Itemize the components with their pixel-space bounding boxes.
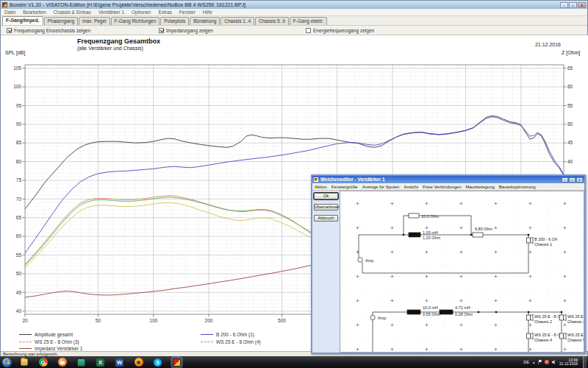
- svg-text:45: 45: [567, 140, 573, 145]
- editor-menu-freie-verbindungen[interactable]: Freie Verbindungen: [420, 183, 463, 190]
- checkbox-box[interactable]: [159, 28, 164, 33]
- tab-polarplots[interactable]: Polarplots: [160, 17, 189, 25]
- tab-max-pegel[interactable]: max. Pegel: [79, 17, 110, 25]
- close-button[interactable]: ✕: [578, 2, 586, 8]
- skype-icon[interactable]: S: [153, 358, 162, 367]
- speaker-chassis-label: Chassis 5: [567, 338, 584, 342]
- amplifier-symbol: [358, 258, 362, 262]
- speaker-chassis-label: Chassis 3: [567, 319, 584, 324]
- editor-abbruch-button[interactable]: Abbruch: [314, 215, 338, 222]
- svg-text:50: 50: [96, 318, 101, 323]
- svg-text:70: 70: [16, 197, 22, 202]
- maximize-button[interactable]: □: [569, 2, 577, 8]
- schematic-canvas[interactable]: 10,0 Ohm1,00 mH1,20 Ohm6,80 OhmAmpB 200 …: [340, 191, 584, 353]
- tab-f-gang-richtungen[interactable]: F-Gang Richtungen: [111, 17, 160, 25]
- legend-swatch: [19, 334, 32, 335]
- editor-menu-anzeige-f-r-spulen[interactable]: Anzeige für Spulen: [360, 183, 402, 190]
- checkbox-frequenzgang-einzelchassis-zeigen[interactable]: Frequenzgang Einzelchassis zeigen: [7, 26, 90, 35]
- menu-item-hilfe[interactable]: Hilfe: [199, 9, 216, 15]
- tab-f-gang-imped[interactable]: F-Gang/Imped.: [2, 16, 43, 25]
- clock[interactable]: 13:09 21.12.2016: [559, 358, 578, 367]
- inductor2-mh-label: 4,72 mH: [455, 305, 470, 310]
- menu-item-chassis-einbau[interactable]: Chassis & Einbau: [50, 9, 95, 15]
- editor-window-icon: [314, 177, 318, 182]
- firefox-icon[interactable]: [134, 358, 143, 367]
- editor-titlebar[interactable]: Weicheneditor - Verstärker 1 –□✕: [312, 176, 584, 183]
- desktop: Boxsim V1.20 - VISATON-Edition [H:\Eigen…: [0, 0, 588, 368]
- svg-text:100: 100: [13, 84, 21, 89]
- checkbox-box[interactable]: [306, 28, 311, 33]
- menu-item-extras[interactable]: Extras: [154, 9, 175, 15]
- minimize-button[interactable]: –: [560, 2, 568, 8]
- svg-text:60: 60: [16, 233, 22, 238]
- crossover-editor-window[interactable]: Weicheneditor - Verstärker 1 –□✕ AktionF…: [311, 174, 586, 354]
- editor-menu-mausbelegung[interactable]: Mausbelegung: [463, 183, 496, 190]
- menu-item-datei[interactable]: Datei: [1, 9, 19, 15]
- main-window-buttons: –□✕: [560, 2, 586, 8]
- editor-menu-aktion[interactable]: Aktion: [312, 183, 329, 190]
- legend-swatch: [19, 348, 32, 349]
- amp-label: Amp: [378, 316, 386, 320]
- boxsim-icon[interactable]: [172, 358, 182, 367]
- show-desktop-button[interactable]: [583, 356, 587, 368]
- menu-item-optionen[interactable]: Optionen: [128, 9, 154, 15]
- checkbox-impedanzgang-zeigen[interactable]: Impedanzgang zeigen: [159, 26, 213, 35]
- google-chrome-icon[interactable]: [38, 358, 48, 367]
- legend-label: WS 25 E - 8 Ohm (4): [216, 339, 261, 344]
- checkbox-energiefrequenzgang-zeigen[interactable]: Energiefrequenzgang zeigen: [306, 26, 374, 35]
- editor-bernehmen-button[interactable]: Übernehmen: [314, 204, 338, 210]
- legend-item-impedanz-verst-rker-1: Impedanz Verstärker 1: [19, 345, 82, 352]
- tab-phasengang[interactable]: Phasengang: [44, 17, 79, 25]
- tab-f-gang-elektr[interactable]: F-Gang elektr.: [290, 17, 327, 25]
- legend-swatch: [201, 342, 213, 342]
- speaker-chassis-label: Chassis 4: [534, 338, 552, 342]
- hidden-icons-button[interactable]: ▲: [532, 361, 535, 364]
- action-center-icon[interactable]: [538, 360, 542, 364]
- language-indicator[interactable]: DE: [523, 360, 529, 364]
- start-button[interactable]: [2, 358, 12, 367]
- windows-explorer-icon[interactable]: [19, 358, 29, 367]
- tray-date: 21.12.2016: [559, 362, 578, 367]
- editor-menu-fenstergr-e[interactable]: Fenstergröße: [329, 183, 360, 190]
- close-button[interactable]: ✕: [576, 177, 583, 183]
- legend-swatch: [201, 334, 213, 335]
- legend-swatch: [19, 342, 32, 342]
- tab-chassis-5-9[interactable]: Chassis 5..9: [255, 17, 289, 25]
- tab-chassis-1-4[interactable]: Chassis 1..4: [220, 17, 254, 25]
- editor-window-buttons: –□✕: [562, 177, 583, 183]
- editor-menu-ansicht[interactable]: Ansicht: [401, 183, 420, 190]
- menu-item-verst-rker-1[interactable]: Verstärker 1: [95, 9, 128, 15]
- svg-text:80: 80: [16, 159, 22, 164]
- volume-icon[interactable]: [552, 360, 556, 364]
- tab-b-ndelung[interactable]: Bündelung: [190, 17, 220, 25]
- svg-text:105: 105: [13, 66, 21, 71]
- legend-label: B 200 - 6 Ohm (1): [216, 332, 254, 337]
- menu-item-fenster[interactable]: Fenster: [176, 9, 199, 15]
- menu-item-bearbeiten[interactable]: Bearbeiten: [19, 9, 49, 15]
- word-icon[interactable]: W: [115, 358, 124, 367]
- svg-text:60: 60: [567, 84, 573, 89]
- svg-text:20: 20: [22, 318, 28, 323]
- email-client-icon[interactable]: [57, 358, 67, 367]
- legend-label: Impedanz Verstärker 1: [35, 346, 82, 351]
- excel-icon[interactable]: X: [96, 358, 105, 367]
- svg-text:90: 90: [16, 121, 22, 127]
- editor-ok-button[interactable]: Ok: [314, 193, 338, 199]
- svg-text:65: 65: [16, 215, 22, 220]
- checkbox-box[interactable]: [7, 28, 12, 33]
- main-titlebar[interactable]: Boxsim V1.20 - VISATON-Edition [H:\Eigen…: [1, 1, 587, 9]
- maximize-button[interactable]: □: [569, 177, 576, 183]
- checkbox-label: Frequenzgang Einzelchassis zeigen: [14, 28, 90, 33]
- editor-button-column: OkÜbernehmenAbbruch: [312, 191, 340, 353]
- editor-menu-bauteiloptimierung[interactable]: Bauteiloptimierung: [497, 183, 538, 190]
- svg-text:45: 45: [16, 290, 22, 295]
- notification-icon[interactable]: [545, 360, 549, 364]
- svg-text:95: 95: [16, 103, 22, 108]
- svg-text:65: 65: [567, 66, 573, 71]
- minimize-button[interactable]: –: [562, 177, 568, 183]
- office-tool-icon[interactable]: [76, 358, 86, 367]
- svg-text:200: 200: [205, 318, 213, 323]
- checkbox-label: Energiefrequenzgang zeigen: [313, 28, 374, 33]
- boxsim-app-icon: [2, 2, 7, 7]
- svg-text:40: 40: [567, 159, 573, 164]
